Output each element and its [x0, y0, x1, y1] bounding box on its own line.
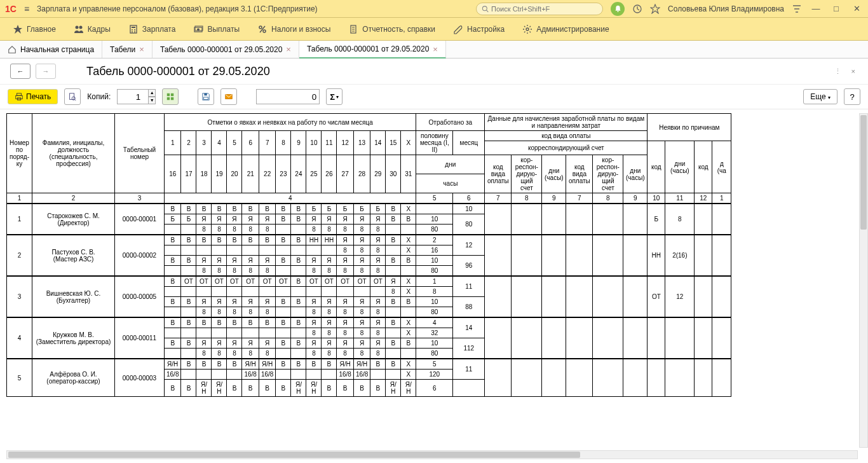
close-icon[interactable]: × [139, 45, 144, 54]
more-button[interactable]: Еще ▾ [803, 89, 837, 104]
floppy-icon [201, 92, 210, 101]
magnifier-doc-icon [68, 92, 77, 101]
svg-point-5 [79, 25, 82, 29]
nav-payments[interactable]: Выплаты [186, 20, 247, 38]
notification-bell[interactable] [611, 2, 625, 16]
printer-icon [15, 92, 24, 101]
svg-line-28 [75, 99, 76, 100]
svg-rect-6 [130, 25, 137, 33]
sigma-button[interactable]: Σ▾ [326, 88, 342, 105]
svg-point-2 [617, 11, 618, 12]
tab-tabel-2[interactable]: Табель 0000-000001 от 29.05.2020× [299, 41, 446, 59]
close-icon[interactable]: × [286, 45, 291, 54]
page-title: Табель 0000-000001 от 29.05.2020 [86, 65, 270, 78]
copies-label: Копий: [87, 92, 111, 101]
preview-button[interactable] [64, 88, 81, 105]
nav-salary[interactable]: Зарплата [121, 20, 184, 38]
document-icon [348, 24, 358, 34]
copies-input[interactable] [117, 89, 149, 104]
grid-icon [166, 92, 175, 101]
star-icon[interactable] [650, 4, 660, 14]
svg-line-17 [260, 26, 265, 32]
more-actions-icon[interactable]: ⋮ [832, 65, 844, 78]
user-name[interactable]: Соловьева Юлия Владимировна [668, 4, 784, 13]
bell-icon [614, 4, 622, 13]
home-icon [8, 45, 17, 54]
vertical-scrollbar[interactable] [859, 113, 868, 448]
close-window-button[interactable]: ✕ [850, 4, 863, 13]
grid-settings-button[interactable] [162, 88, 179, 105]
email-button[interactable] [220, 88, 237, 105]
svg-point-4 [75, 25, 78, 29]
wrench-icon [453, 24, 463, 34]
gear-icon [522, 24, 532, 34]
svg-point-0 [482, 6, 487, 10]
svg-rect-23 [17, 93, 22, 96]
print-button[interactable]: Печать [8, 89, 58, 104]
minimize-button[interactable]: — [810, 4, 822, 13]
svg-point-10 [132, 31, 133, 32]
svg-point-15 [259, 26, 262, 29]
svg-point-22 [526, 28, 529, 31]
star-filled-icon [13, 24, 23, 34]
close-icon[interactable]: × [433, 45, 438, 54]
svg-rect-30 [171, 93, 173, 96]
nav-settings[interactable]: Настройка [445, 20, 512, 38]
help-button[interactable]: ? [844, 88, 860, 105]
svg-point-16 [263, 30, 266, 32]
copies-down[interactable]: ▼ [148, 97, 156, 104]
envelope-icon [224, 92, 233, 101]
tab-tabel-1[interactable]: Табель 0000-000001 от 29.05.2020× [153, 41, 299, 58]
svg-rect-33 [205, 93, 207, 96]
nav-admin[interactable]: Администрирование [515, 20, 616, 38]
nav-hr[interactable]: Кадры [66, 20, 118, 38]
svg-point-9 [134, 29, 135, 31]
svg-point-11 [134, 31, 135, 32]
calculator-icon [128, 24, 139, 34]
svg-rect-31 [167, 97, 170, 100]
app-logo: 1C [5, 4, 17, 14]
forward-button[interactable]: → [36, 64, 56, 79]
svg-rect-34 [204, 97, 208, 100]
svg-rect-24 [16, 95, 23, 99]
back-button[interactable]: ← [10, 64, 31, 79]
people-icon [74, 24, 84, 34]
svg-rect-7 [132, 27, 135, 28]
nav-taxes[interactable]: Налоги и взносы [250, 20, 338, 38]
search-input[interactable] [491, 5, 597, 13]
filter-icon[interactable] [792, 4, 802, 14]
copies-up[interactable]: ▲ [148, 89, 156, 97]
nav-main[interactable]: Главное [5, 20, 64, 38]
svg-rect-29 [167, 93, 170, 96]
tab-start[interactable]: Начальная страница [0, 41, 102, 58]
svg-point-8 [132, 29, 133, 31]
timesheet-table: Номер по поряд-куФамилия, инициалы, долж… [6, 113, 731, 397]
tab-tabels[interactable]: Табели× [102, 41, 153, 58]
history-icon[interactable] [632, 4, 642, 14]
maximize-button[interactable]: □ [830, 4, 843, 13]
sum-input[interactable] [256, 89, 320, 104]
save-button[interactable] [198, 88, 214, 105]
app-title: Зарплата и управление персоналом (базова… [37, 4, 318, 13]
horizontal-scrollbar[interactable] [6, 450, 858, 459]
nav-reports[interactable]: Отчетность, справки [341, 20, 443, 38]
svg-line-1 [487, 10, 489, 12]
money-icon [193, 24, 203, 34]
menu-icon[interactable]: ≡ [24, 4, 29, 14]
close-page-icon[interactable]: × [849, 65, 858, 78]
percent-icon [257, 24, 268, 34]
search-box[interactable] [476, 3, 603, 15]
svg-rect-32 [171, 97, 173, 100]
search-icon [482, 5, 489, 13]
